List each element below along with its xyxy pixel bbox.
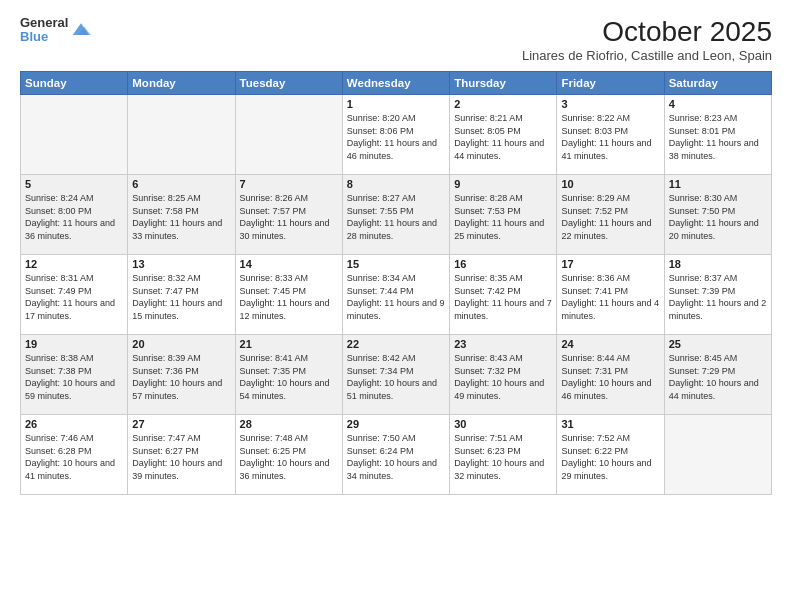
day-info: Sunrise: 8:22 AMSunset: 8:03 PMDaylight:… [561, 112, 659, 162]
day-number: 3 [561, 98, 659, 110]
day-number: 15 [347, 258, 445, 270]
calendar-week-row: 5Sunrise: 8:24 AMSunset: 8:00 PMDaylight… [21, 175, 772, 255]
calendar-cell: 13Sunrise: 8:32 AMSunset: 7:47 PMDayligh… [128, 255, 235, 335]
day-number: 31 [561, 418, 659, 430]
day-number: 7 [240, 178, 338, 190]
day-info: Sunrise: 8:32 AMSunset: 7:47 PMDaylight:… [132, 272, 230, 322]
day-info: Sunrise: 7:50 AMSunset: 6:24 PMDaylight:… [347, 432, 445, 482]
calendar-cell [235, 95, 342, 175]
day-number: 21 [240, 338, 338, 350]
day-number: 26 [25, 418, 123, 430]
calendar-cell: 2Sunrise: 8:21 AMSunset: 8:05 PMDaylight… [450, 95, 557, 175]
day-info: Sunrise: 8:30 AMSunset: 7:50 PMDaylight:… [669, 192, 767, 242]
calendar-header-sunday: Sunday [21, 72, 128, 95]
logo-icon [71, 20, 91, 40]
day-info: Sunrise: 8:37 AMSunset: 7:39 PMDaylight:… [669, 272, 767, 322]
day-number: 16 [454, 258, 552, 270]
calendar-cell: 5Sunrise: 8:24 AMSunset: 8:00 PMDaylight… [21, 175, 128, 255]
day-number: 12 [25, 258, 123, 270]
calendar-cell: 20Sunrise: 8:39 AMSunset: 7:36 PMDayligh… [128, 335, 235, 415]
calendar-week-row: 19Sunrise: 8:38 AMSunset: 7:38 PMDayligh… [21, 335, 772, 415]
calendar-header-tuesday: Tuesday [235, 72, 342, 95]
day-number: 29 [347, 418, 445, 430]
calendar-cell [21, 95, 128, 175]
day-info: Sunrise: 8:43 AMSunset: 7:32 PMDaylight:… [454, 352, 552, 402]
logo-line1: General [20, 16, 68, 30]
day-number: 25 [669, 338, 767, 350]
calendar-cell: 3Sunrise: 8:22 AMSunset: 8:03 PMDaylight… [557, 95, 664, 175]
calendar-cell: 29Sunrise: 7:50 AMSunset: 6:24 PMDayligh… [342, 415, 449, 495]
day-info: Sunrise: 8:21 AMSunset: 8:05 PMDaylight:… [454, 112, 552, 162]
day-info: Sunrise: 8:35 AMSunset: 7:42 PMDaylight:… [454, 272, 552, 322]
day-number: 19 [25, 338, 123, 350]
calendar-cell: 10Sunrise: 8:29 AMSunset: 7:52 PMDayligh… [557, 175, 664, 255]
calendar-header-row: SundayMondayTuesdayWednesdayThursdayFrid… [21, 72, 772, 95]
day-info: Sunrise: 8:38 AMSunset: 7:38 PMDaylight:… [25, 352, 123, 402]
calendar-header-friday: Friday [557, 72, 664, 95]
calendar-cell: 25Sunrise: 8:45 AMSunset: 7:29 PMDayligh… [664, 335, 771, 415]
calendar-cell [664, 415, 771, 495]
day-number: 10 [561, 178, 659, 190]
day-info: Sunrise: 7:52 AMSunset: 6:22 PMDaylight:… [561, 432, 659, 482]
day-number: 22 [347, 338, 445, 350]
logo: General Blue [20, 16, 91, 45]
calendar-cell: 9Sunrise: 8:28 AMSunset: 7:53 PMDaylight… [450, 175, 557, 255]
calendar-week-row: 12Sunrise: 8:31 AMSunset: 7:49 PMDayligh… [21, 255, 772, 335]
logo-line2: Blue [20, 30, 68, 44]
header: General Blue October 2025 Linares de Rio… [20, 16, 772, 63]
calendar-cell: 14Sunrise: 8:33 AMSunset: 7:45 PMDayligh… [235, 255, 342, 335]
day-number: 14 [240, 258, 338, 270]
day-info: Sunrise: 8:36 AMSunset: 7:41 PMDaylight:… [561, 272, 659, 322]
calendar-cell: 27Sunrise: 7:47 AMSunset: 6:27 PMDayligh… [128, 415, 235, 495]
calendar-week-row: 26Sunrise: 7:46 AMSunset: 6:28 PMDayligh… [21, 415, 772, 495]
day-info: Sunrise: 8:39 AMSunset: 7:36 PMDaylight:… [132, 352, 230, 402]
day-info: Sunrise: 8:28 AMSunset: 7:53 PMDaylight:… [454, 192, 552, 242]
calendar-cell: 28Sunrise: 7:48 AMSunset: 6:25 PMDayligh… [235, 415, 342, 495]
day-number: 23 [454, 338, 552, 350]
calendar-cell: 8Sunrise: 8:27 AMSunset: 7:55 PMDaylight… [342, 175, 449, 255]
calendar-cell: 24Sunrise: 8:44 AMSunset: 7:31 PMDayligh… [557, 335, 664, 415]
day-info: Sunrise: 8:34 AMSunset: 7:44 PMDaylight:… [347, 272, 445, 322]
calendar-cell: 6Sunrise: 8:25 AMSunset: 7:58 PMDaylight… [128, 175, 235, 255]
subtitle: Linares de Riofrio, Castille and Leon, S… [522, 48, 772, 63]
day-number: 28 [240, 418, 338, 430]
day-info: Sunrise: 7:48 AMSunset: 6:25 PMDaylight:… [240, 432, 338, 482]
calendar-cell: 1Sunrise: 8:20 AMSunset: 8:06 PMDaylight… [342, 95, 449, 175]
calendar-cell: 22Sunrise: 8:42 AMSunset: 7:34 PMDayligh… [342, 335, 449, 415]
calendar-header-saturday: Saturday [664, 72, 771, 95]
calendar-cell: 12Sunrise: 8:31 AMSunset: 7:49 PMDayligh… [21, 255, 128, 335]
calendar-week-row: 1Sunrise: 8:20 AMSunset: 8:06 PMDaylight… [21, 95, 772, 175]
day-info: Sunrise: 8:27 AMSunset: 7:55 PMDaylight:… [347, 192, 445, 242]
day-info: Sunrise: 8:42 AMSunset: 7:34 PMDaylight:… [347, 352, 445, 402]
calendar-cell [128, 95, 235, 175]
day-info: Sunrise: 8:45 AMSunset: 7:29 PMDaylight:… [669, 352, 767, 402]
day-number: 8 [347, 178, 445, 190]
day-number: 4 [669, 98, 767, 110]
day-info: Sunrise: 8:31 AMSunset: 7:49 PMDaylight:… [25, 272, 123, 322]
day-info: Sunrise: 8:25 AMSunset: 7:58 PMDaylight:… [132, 192, 230, 242]
main-title: October 2025 [522, 16, 772, 48]
day-number: 27 [132, 418, 230, 430]
calendar-cell: 31Sunrise: 7:52 AMSunset: 6:22 PMDayligh… [557, 415, 664, 495]
calendar-cell: 30Sunrise: 7:51 AMSunset: 6:23 PMDayligh… [450, 415, 557, 495]
day-number: 1 [347, 98, 445, 110]
day-info: Sunrise: 8:24 AMSunset: 8:00 PMDaylight:… [25, 192, 123, 242]
day-number: 18 [669, 258, 767, 270]
day-info: Sunrise: 8:44 AMSunset: 7:31 PMDaylight:… [561, 352, 659, 402]
calendar-cell: 4Sunrise: 8:23 AMSunset: 8:01 PMDaylight… [664, 95, 771, 175]
title-block: October 2025 Linares de Riofrio, Castill… [522, 16, 772, 63]
calendar-cell: 11Sunrise: 8:30 AMSunset: 7:50 PMDayligh… [664, 175, 771, 255]
day-number: 11 [669, 178, 767, 190]
day-info: Sunrise: 8:41 AMSunset: 7:35 PMDaylight:… [240, 352, 338, 402]
day-number: 20 [132, 338, 230, 350]
day-info: Sunrise: 8:33 AMSunset: 7:45 PMDaylight:… [240, 272, 338, 322]
calendar-cell: 7Sunrise: 8:26 AMSunset: 7:57 PMDaylight… [235, 175, 342, 255]
day-info: Sunrise: 8:26 AMSunset: 7:57 PMDaylight:… [240, 192, 338, 242]
day-info: Sunrise: 7:51 AMSunset: 6:23 PMDaylight:… [454, 432, 552, 482]
calendar-header-thursday: Thursday [450, 72, 557, 95]
calendar-cell: 16Sunrise: 8:35 AMSunset: 7:42 PMDayligh… [450, 255, 557, 335]
calendar-header-monday: Monday [128, 72, 235, 95]
calendar-cell: 26Sunrise: 7:46 AMSunset: 6:28 PMDayligh… [21, 415, 128, 495]
calendar-cell: 21Sunrise: 8:41 AMSunset: 7:35 PMDayligh… [235, 335, 342, 415]
calendar-cell: 17Sunrise: 8:36 AMSunset: 7:41 PMDayligh… [557, 255, 664, 335]
